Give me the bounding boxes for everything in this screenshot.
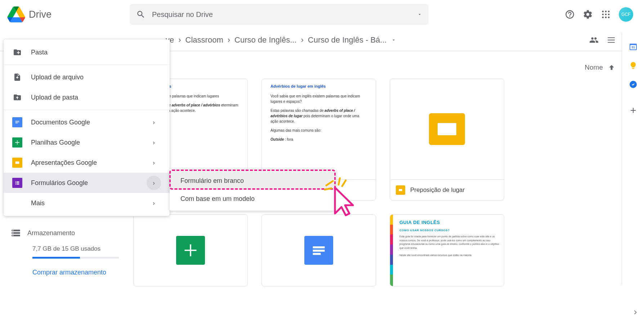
- storage-icon: [11, 228, 21, 238]
- folder-upload-icon: [12, 92, 22, 102]
- sort-row[interactable]: Nome: [133, 55, 633, 79]
- chevron-right-icon: ›: [147, 135, 161, 150]
- forms-icon: [12, 178, 22, 188]
- svg-point-4: [605, 14, 607, 16]
- settings-icon[interactable]: [583, 9, 593, 19]
- share-icon[interactable]: [589, 35, 599, 45]
- file-card[interactable]: [261, 214, 376, 286]
- menu-label: Planilhas Google: [31, 139, 80, 146]
- apps-icon[interactable]: [601, 9, 611, 19]
- search-input[interactable]: [152, 10, 417, 19]
- chevron-right-icon: ›: [147, 115, 161, 129]
- svg-point-2: [608, 11, 610, 13]
- keep-icon[interactable]: [629, 61, 638, 70]
- svg-point-8: [608, 17, 610, 18]
- sheets-big-icon: [176, 236, 205, 265]
- breadcrumb: ve › Classroom › Curso de Inglês... › Cu…: [166, 35, 396, 45]
- chevron-right-icon: ›: [301, 35, 303, 45]
- menu-label: Formulários Google: [31, 179, 88, 187]
- avatar[interactable]: GCF: [619, 7, 633, 22]
- sheets-preview: [134, 215, 247, 286]
- new-menu: Pasta Upload de arquivo Upload de pasta …: [4, 39, 170, 216]
- svg-point-3: [602, 14, 604, 16]
- menu-label: Documentos Google: [31, 119, 90, 126]
- search-bar[interactable]: [130, 4, 429, 25]
- forms-submenu: Formulário em branco Com base em um mode…: [170, 169, 336, 211]
- chevron-right-icon: ›: [147, 155, 161, 170]
- storage-row[interactable]: Armazenamento: [11, 228, 130, 238]
- search-icon: [136, 10, 146, 19]
- storage-bar: [32, 257, 119, 259]
- svg-point-7: [605, 17, 607, 18]
- help-icon[interactable]: [565, 9, 575, 19]
- menu-label: Mais: [31, 199, 45, 207]
- submenu-template[interactable]: Com base em um modelo: [170, 190, 336, 208]
- files-grid: GUIA DE INGLÊS Como usar nossos cursos? …: [133, 214, 633, 286]
- doc-text: Outside : fora: [270, 137, 367, 142]
- file-card[interactable]: [133, 214, 248, 286]
- docs-big-icon: [304, 236, 333, 265]
- menu-item-forms[interactable]: Formulários Google ›: [4, 173, 170, 193]
- docs-icon: [12, 117, 22, 127]
- chevron-right-icon: ›: [147, 176, 161, 190]
- breadcrumb-item[interactable]: Classroom: [185, 35, 223, 45]
- slides-icon: [396, 185, 405, 195]
- menu-item-folder[interactable]: Pasta: [4, 42, 170, 62]
- header: Drive GCF: [0, 0, 644, 29]
- doc-text: Você sabia que em inglês existem palavra…: [270, 93, 367, 104]
- file-footer: Preposição de lugar: [390, 179, 504, 200]
- storage-usage: 7,7 GB de 15 GB usados: [32, 245, 130, 252]
- slides-preview: [390, 79, 504, 179]
- doc-title: Advérbios de lugar em inglês: [270, 84, 367, 88]
- file-card[interactable]: GUIA DE INGLÊS Como usar nossos cursos? …: [390, 214, 504, 286]
- menu-item-file-upload[interactable]: Upload de arquivo: [4, 67, 170, 87]
- svg-point-6: [602, 17, 604, 18]
- doc-text: Algumas das mais comuns são:: [270, 128, 367, 133]
- chevron-right-icon: ›: [178, 35, 181, 45]
- menu-item-more[interactable]: Mais ›: [4, 193, 170, 213]
- file-upload-icon: [12, 72, 22, 82]
- arrow-up-icon[interactable]: [608, 64, 615, 71]
- file-name: Preposição de lugar: [410, 186, 465, 194]
- breadcrumb-item[interactable]: Curso de Inglês...: [234, 35, 296, 45]
- submenu-blank-form[interactable]: Formulário em branco: [170, 172, 336, 190]
- menu-label: Upload de pasta: [31, 94, 78, 101]
- menu-item-sheets[interactable]: Planilhas Google ›: [4, 132, 170, 153]
- sort-label: Nome: [585, 63, 603, 71]
- sheets-icon: [12, 137, 22, 148]
- app-title: Drive: [29, 9, 52, 20]
- drive-logo-icon: [7, 6, 25, 22]
- guia-preview: GUIA DE INGLÊS Como usar nossos cursos? …: [390, 215, 504, 286]
- svg-point-5: [608, 14, 610, 16]
- logo-area[interactable]: Drive: [7, 6, 130, 22]
- breadcrumb-item[interactable]: Curso de Inglês - Bá...: [308, 35, 387, 45]
- chevron-right-icon: ›: [228, 35, 230, 45]
- calendar-icon[interactable]: 31: [629, 43, 638, 51]
- add-icon[interactable]: [629, 106, 638, 115]
- chevron-right-icon: ›: [147, 196, 161, 210]
- menu-item-folder-upload[interactable]: Upload de pasta: [4, 87, 170, 107]
- slides-icon: [12, 158, 22, 168]
- buy-storage-link[interactable]: Comprar armazenamento: [32, 269, 130, 276]
- chevron-right-icon[interactable]: [632, 309, 639, 316]
- file-card[interactable]: Preposição de lugar: [390, 79, 504, 201]
- storage-label: Armazenamento: [27, 229, 75, 237]
- chevron-down-icon[interactable]: [391, 38, 396, 43]
- menu-label: Apresentações Google: [31, 159, 97, 167]
- menu-item-slides[interactable]: Apresentações Google ›: [4, 153, 170, 173]
- svg-point-0: [602, 11, 604, 13]
- header-actions: GCF: [565, 7, 637, 22]
- docs-preview: [262, 215, 376, 286]
- svg-rect-14: [15, 162, 19, 164]
- guia-text: Esta guia foi criada para fornecer um po…: [399, 235, 500, 250]
- menu-item-docs[interactable]: Documentos Google ›: [4, 112, 170, 132]
- doc-text: Estas palavras são chamadas de adverbs o…: [270, 108, 367, 124]
- guia-text: Neste site você encontrará vários recurs…: [399, 254, 500, 258]
- list-view-icon[interactable]: [607, 35, 616, 45]
- svg-rect-9: [399, 189, 402, 191]
- search-options-icon[interactable]: [417, 12, 422, 17]
- tasks-icon[interactable]: [629, 80, 638, 89]
- menu-label: Pasta: [31, 49, 48, 56]
- guia-subtitle: Como usar nossos cursos?: [399, 229, 500, 232]
- folder-new-icon: [12, 47, 22, 57]
